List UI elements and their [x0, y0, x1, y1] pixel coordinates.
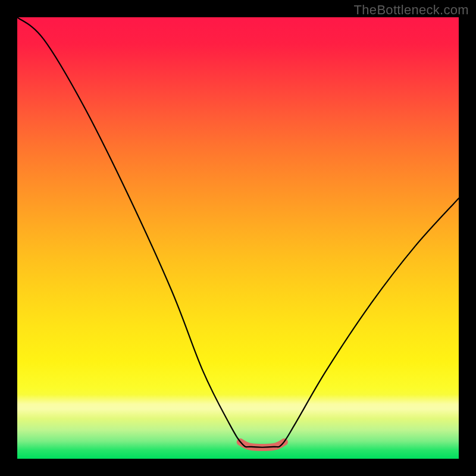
plot-area [17, 17, 459, 459]
curve-layer [17, 17, 459, 459]
v-curve-path [17, 17, 459, 447]
watermark-text: TheBottleneck.com [354, 2, 469, 18]
chart-frame: TheBottleneck.com [0, 0, 476, 476]
